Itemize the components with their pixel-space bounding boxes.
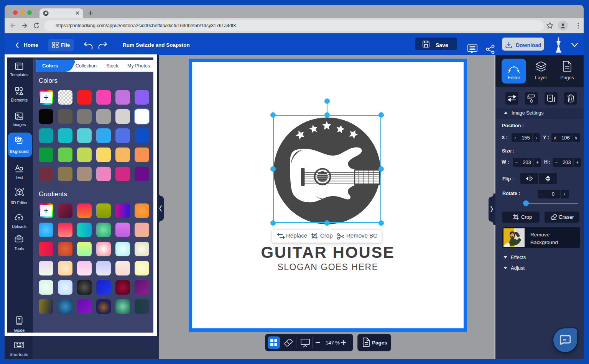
svg-text:?: ? — [18, 317, 20, 323]
